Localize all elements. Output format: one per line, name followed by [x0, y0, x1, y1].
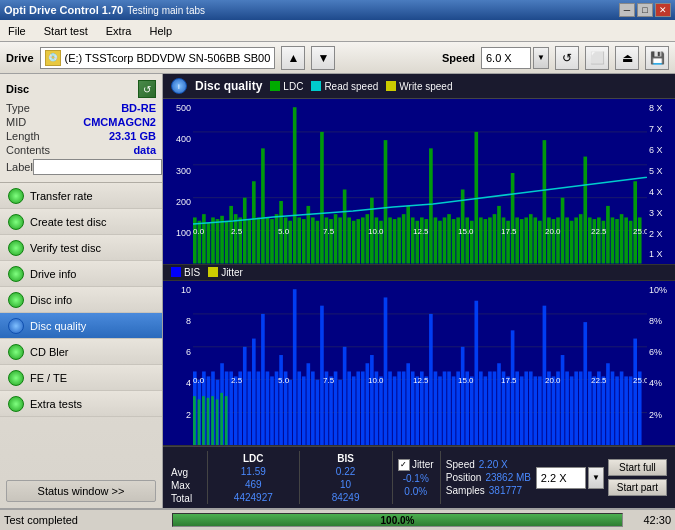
- avg-label: Avg: [171, 467, 201, 478]
- label-label: Label: [6, 161, 33, 173]
- svg-rect-70: [488, 217, 492, 263]
- drive-label: Drive: [6, 52, 34, 64]
- nav-icon-disc-quality: [8, 318, 24, 334]
- svg-rect-202: [565, 371, 569, 445]
- legend-jitter: Jitter: [208, 267, 243, 278]
- menu-help[interactable]: Help: [145, 23, 176, 39]
- drive-down-button[interactable]: ▼: [311, 46, 335, 70]
- menu-start-test[interactable]: Start test: [40, 23, 92, 39]
- svg-rect-78: [524, 217, 528, 263]
- sidebar-item-cd-bler[interactable]: CD Bler: [0, 339, 162, 365]
- svg-rect-85: [556, 217, 560, 263]
- refresh-button[interactable]: ↺: [555, 46, 579, 70]
- svg-rect-212: [611, 371, 615, 445]
- speed-dropdown-arrow[interactable]: ▼: [533, 47, 549, 69]
- svg-rect-142: [293, 289, 297, 445]
- disc-quality-icon: i: [171, 78, 187, 94]
- time-display: 42:30: [631, 514, 671, 526]
- sidebar-item-fe-te[interactable]: FE / TE: [0, 365, 162, 391]
- position-label: Position: [446, 472, 482, 483]
- svg-text:2.5: 2.5: [231, 376, 243, 385]
- stats-speed-value: 2.2 X: [536, 467, 586, 489]
- save-button[interactable]: 💾: [645, 46, 669, 70]
- svg-rect-96: [606, 206, 610, 264]
- ldc-col-header: LDC: [213, 453, 293, 464]
- svg-rect-59: [438, 221, 442, 264]
- drive-select[interactable]: 💿 (E:) TSSTcorp BDDVDW SN-506BB SB00: [40, 47, 276, 69]
- jitter-avg: -0.1%: [398, 473, 434, 484]
- svg-rect-27: [293, 107, 297, 263]
- label-input[interactable]: [33, 159, 162, 175]
- svg-rect-167: [406, 363, 410, 445]
- maximize-button[interactable]: □: [637, 3, 653, 17]
- contents-label: Contents: [6, 144, 50, 156]
- svg-rect-62: [452, 219, 456, 263]
- main-layout: Disc ↺ Type BD-RE MID CMCMAGCN2 Length 2…: [0, 74, 675, 508]
- sidebar-item-drive-info[interactable]: Drive info: [0, 261, 162, 287]
- svg-text:0.0: 0.0: [193, 376, 205, 385]
- status-window-button[interactable]: Status window >>: [6, 480, 156, 502]
- nav-label-transfer-rate: Transfer rate: [30, 190, 93, 202]
- svg-rect-145: [307, 363, 311, 445]
- svg-rect-63: [456, 217, 460, 263]
- minimize-button[interactable]: ─: [619, 3, 635, 17]
- svg-rect-89: [574, 217, 578, 263]
- svg-rect-82: [543, 140, 547, 263]
- svg-rect-210: [602, 376, 606, 445]
- svg-rect-137: [270, 376, 274, 445]
- erase-button[interactable]: ⬜: [585, 46, 609, 70]
- svg-text:10.0: 10.0: [368, 227, 384, 236]
- sidebar-item-transfer-rate[interactable]: Transfer rate: [0, 183, 162, 209]
- nav-label-verify-test-disc: Verify test disc: [30, 242, 101, 254]
- legend-ldc-color: [270, 81, 280, 91]
- svg-rect-94: [597, 217, 601, 263]
- stats-speed-dropdown[interactable]: 2.2 X ▼: [536, 467, 604, 489]
- sidebar-item-disc-quality[interactable]: Disc quality: [0, 313, 162, 339]
- sidebar-item-extra-tests[interactable]: Extra tests: [0, 391, 162, 417]
- speed-position-stats: Speed 2.20 X Position 23862 MB Samples 3…: [446, 459, 536, 496]
- svg-text:25.0 GB: 25.0 GB: [633, 227, 647, 236]
- svg-rect-55: [420, 217, 424, 263]
- svg-rect-35: [329, 219, 333, 263]
- svg-rect-154: [347, 371, 351, 445]
- sidebar-item-disc-info[interactable]: Disc info: [0, 287, 162, 313]
- disc-refresh-button[interactable]: ↺: [138, 80, 156, 98]
- svg-rect-146: [311, 371, 315, 445]
- jitter-checkbox[interactable]: ✓: [398, 459, 410, 471]
- menu-file[interactable]: File: [4, 23, 30, 39]
- legend-bis-color: [171, 267, 181, 277]
- bis-col-header: BIS: [306, 453, 386, 464]
- speed-dropdown[interactable]: 6.0 X ▼: [481, 47, 549, 69]
- position-value: 23862 MB: [485, 472, 531, 483]
- eject-button[interactable]: ⏏: [615, 46, 639, 70]
- svg-rect-221: [202, 396, 205, 445]
- svg-rect-77: [520, 219, 524, 263]
- svg-text:17.5: 17.5: [501, 227, 517, 236]
- nav-icon-drive-info: [8, 266, 24, 282]
- svg-text:2.5: 2.5: [231, 227, 243, 236]
- sidebar-item-create-test-disc[interactable]: Create test disc: [0, 209, 162, 235]
- bis-avg: 0.22: [306, 466, 386, 477]
- svg-rect-17: [247, 219, 251, 263]
- jitter-checkbox-row: ✓ Jitter: [398, 459, 434, 471]
- sidebar-item-verify-test-disc[interactable]: Verify test disc: [0, 235, 162, 261]
- type-label: Type: [6, 102, 30, 114]
- svg-rect-171: [425, 376, 429, 445]
- svg-rect-76: [515, 217, 519, 263]
- nav-label-create-test-disc: Create test disc: [30, 216, 106, 228]
- svg-rect-90: [579, 214, 583, 263]
- jitter-max: 0.0%: [398, 486, 434, 497]
- progress-text: 100.0%: [173, 514, 622, 526]
- menu-extra[interactable]: Extra: [102, 23, 136, 39]
- mid-label: MID: [6, 116, 26, 128]
- svg-rect-75: [511, 173, 515, 263]
- close-button[interactable]: ✕: [655, 3, 671, 17]
- svg-text:22.5: 22.5: [591, 376, 607, 385]
- disc-info-panel: Disc ↺ Type BD-RE MID CMCMAGCN2 Length 2…: [0, 74, 162, 183]
- drive-up-button[interactable]: ▲: [281, 46, 305, 70]
- nav-icon-verify-test-disc: [8, 240, 24, 256]
- stats-speed-arrow[interactable]: ▼: [588, 467, 604, 489]
- start-part-button[interactable]: Start part: [608, 479, 667, 496]
- start-full-button[interactable]: Start full: [608, 459, 667, 476]
- svg-rect-165: [397, 371, 401, 445]
